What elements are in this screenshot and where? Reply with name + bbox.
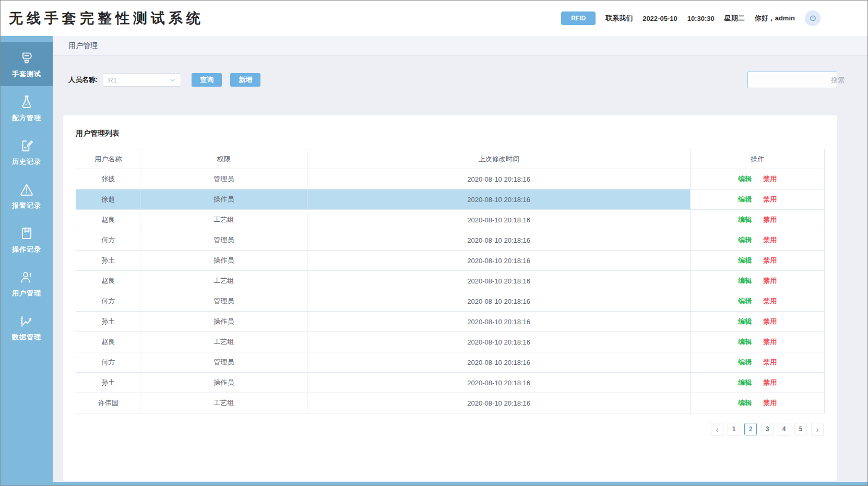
edit-link[interactable]: 编辑 <box>738 195 752 203</box>
cell-modified: 2020-08-10 20:18:16 <box>307 230 691 251</box>
edit-link[interactable]: 编辑 <box>738 338 752 346</box>
sidebar-item-label: 历史记录 <box>12 157 41 167</box>
table-header-row: 用户名称 权限 上次修改时间 操作 <box>76 149 825 169</box>
edit-link[interactable]: 编辑 <box>738 216 752 223</box>
cell-permission: 工艺组 <box>140 332 307 352</box>
cell-username: 许伟国 <box>76 393 140 413</box>
disable-link[interactable]: 禁用 <box>763 399 777 407</box>
edit-link[interactable]: 编辑 <box>738 256 752 264</box>
disable-link[interactable]: 禁用 <box>763 175 777 183</box>
breadcrumb: 用户管理 <box>68 41 98 51</box>
sidebar-item-label: 数据管理 <box>12 333 41 342</box>
sidebar-item-operation-log[interactable]: 操作记录 <box>1 218 53 262</box>
document-pencil-icon <box>18 138 35 153</box>
disable-link[interactable]: 禁用 <box>763 317 777 325</box>
edit-link[interactable]: 编辑 <box>738 399 752 407</box>
edit-link[interactable]: 编辑 <box>738 378 752 386</box>
cell-actions: 编辑禁用 <box>691 169 825 189</box>
table-row[interactable]: 赵良工艺组2020-08-10 20:18:16编辑禁用 <box>76 332 825 352</box>
cell-actions: 编辑禁用 <box>691 230 825 251</box>
logout-power-button[interactable] <box>805 10 821 26</box>
cell-modified: 2020-08-10 20:18:16 <box>307 352 691 373</box>
user-table: 用户名称 权限 上次修改时间 操作 张披管理员2020-08-10 20:18:… <box>76 149 825 413</box>
chevron-down-icon <box>169 77 176 84</box>
person-name-select[interactable]: R1 <box>103 73 181 87</box>
power-icon <box>808 14 817 23</box>
cell-modified: 2020-08-10 20:18:16 <box>307 393 691 413</box>
col-header-username: 用户名称 <box>76 149 140 169</box>
disable-link[interactable]: 禁用 <box>763 195 777 203</box>
cell-actions: 编辑禁用 <box>691 210 825 230</box>
sidebar-item-label: 用户管理 <box>12 289 41 298</box>
edit-link[interactable]: 编辑 <box>738 358 752 366</box>
sidebar-item-recipe-mgmt[interactable]: 配方管理 <box>1 86 53 130</box>
disable-link[interactable]: 禁用 <box>763 277 777 285</box>
glove-icon <box>18 50 35 66</box>
contact-us-link[interactable]: 联系我们 <box>605 14 633 23</box>
cell-username: 孙土 <box>76 373 140 393</box>
user-table-body: 张披管理员2020-08-10 20:18:16编辑禁用徐超操作员2020-08… <box>76 169 825 413</box>
disable-link[interactable]: 禁用 <box>763 358 777 366</box>
disable-link[interactable]: 禁用 <box>763 338 777 346</box>
table-row[interactable]: 孙土操作员2020-08-10 20:18:16编辑禁用 <box>76 373 825 393</box>
query-button[interactable]: 查询 <box>192 73 222 87</box>
horizontal-scrollbar[interactable] <box>53 482 867 485</box>
col-header-actions: 操作 <box>691 149 825 169</box>
table-row[interactable]: 孙土操作员2020-08-10 20:18:16编辑禁用 <box>76 251 825 271</box>
bookmark-icon <box>18 226 35 241</box>
line-chart-icon <box>18 313 35 329</box>
sidebar: 手套测试 配方管理 历史记录 报警记录 操作记录 用户管理 数据管理 <box>1 36 53 485</box>
page-button-2[interactable]: 2 <box>744 423 757 435</box>
table-row[interactable]: 孙土操作员2020-08-10 20:18:16编辑禁用 <box>76 312 825 332</box>
sidebar-item-history-log[interactable]: 历史记录 <box>1 130 53 174</box>
rfid-button[interactable]: RFID <box>561 11 596 25</box>
header-greeting: 你好，admin <box>755 14 795 23</box>
disable-link[interactable]: 禁用 <box>763 216 777 223</box>
cell-permission: 管理员 <box>140 230 307 251</box>
table-row[interactable]: 赵良工艺组2020-08-10 20:18:16编辑禁用 <box>76 271 825 291</box>
sidebar-item-glove-test[interactable]: 手套测试 <box>1 42 53 86</box>
cell-username: 赵良 <box>76 271 140 291</box>
table-row[interactable]: 何方管理员2020-08-10 20:18:16编辑禁用 <box>76 291 825 312</box>
cell-modified: 2020-08-10 20:18:16 <box>307 312 691 332</box>
cell-permission: 操作员 <box>140 189 307 210</box>
disable-link[interactable]: 禁用 <box>763 297 777 305</box>
sidebar-item-alarm-log[interactable]: 报警记录 <box>1 174 53 218</box>
edit-link[interactable]: 编辑 <box>738 236 752 244</box>
disable-link[interactable]: 禁用 <box>763 236 777 244</box>
cell-modified: 2020-08-10 20:18:16 <box>307 291 691 312</box>
page-button-4[interactable]: 4 <box>778 423 790 435</box>
table-row[interactable]: 张披管理员2020-08-10 20:18:16编辑禁用 <box>76 169 825 189</box>
page-button-3[interactable]: 3 <box>761 423 774 435</box>
sidebar-item-user-mgmt[interactable]: 用户管理 <box>1 262 53 305</box>
person-name-label: 人员名称: <box>68 75 98 85</box>
pagination: ‹12345› <box>76 423 824 449</box>
edit-link[interactable]: 编辑 <box>738 277 752 285</box>
table-row[interactable]: 赵良工艺组2020-08-10 20:18:16编辑禁用 <box>76 210 825 230</box>
cell-actions: 编辑禁用 <box>691 251 825 271</box>
page-next-button[interactable]: › <box>811 423 824 435</box>
search-input[interactable] <box>753 76 845 84</box>
page-button-1[interactable]: 1 <box>728 423 740 435</box>
table-row[interactable]: 徐超操作员2020-08-10 20:18:16编辑禁用 <box>76 189 825 210</box>
disable-link[interactable]: 禁用 <box>763 256 777 264</box>
cell-username: 孙土 <box>76 251 140 271</box>
edit-link[interactable]: 编辑 <box>738 297 752 305</box>
table-row[interactable]: 何方管理员2020-08-10 20:18:16编辑禁用 <box>76 230 825 251</box>
cell-username: 张披 <box>76 169 140 189</box>
add-button[interactable]: 新增 <box>230 73 260 87</box>
cell-actions: 编辑禁用 <box>691 332 825 352</box>
table-row[interactable]: 何方管理员2020-08-10 20:18:16编辑禁用 <box>76 352 825 373</box>
edit-link[interactable]: 编辑 <box>738 317 752 325</box>
table-row[interactable]: 许伟国工艺组2020-08-10 20:18:16编辑禁用 <box>76 393 825 413</box>
cell-actions: 编辑禁用 <box>691 393 825 413</box>
flask-icon <box>18 94 35 110</box>
page-button-5[interactable]: 5 <box>794 423 807 435</box>
cell-modified: 2020-08-10 20:18:16 <box>307 210 691 230</box>
page-prev-button[interactable]: ‹ <box>711 423 723 435</box>
edit-link[interactable]: 编辑 <box>738 175 752 183</box>
disable-link[interactable]: 禁用 <box>763 378 777 386</box>
header-right-cluster: RFID 联系我们 2022-05-10 10:30:30 星期二 你好，adm… <box>561 10 821 26</box>
sidebar-item-data-mgmt[interactable]: 数据管理 <box>1 305 53 349</box>
warning-triangle-icon <box>18 182 35 197</box>
